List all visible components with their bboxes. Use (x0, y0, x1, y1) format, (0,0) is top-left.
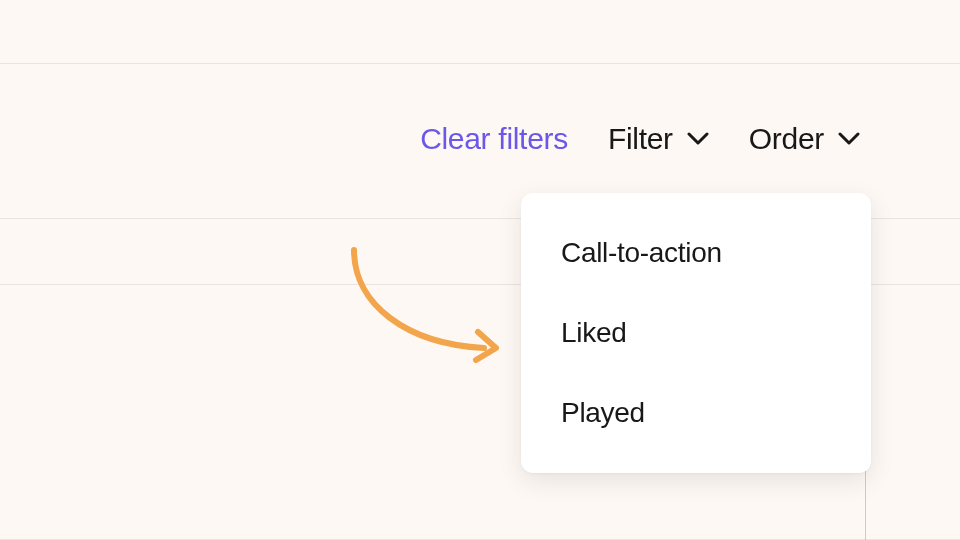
chevron-down-icon (838, 132, 860, 146)
filter-option-call-to-action[interactable]: Call-to-action (521, 213, 871, 293)
filter-dropdown-trigger[interactable]: Filter (608, 122, 709, 156)
order-dropdown-trigger[interactable]: Order (749, 122, 860, 156)
order-label: Order (749, 122, 824, 156)
filter-option-liked[interactable]: Liked (521, 293, 871, 373)
divider (0, 63, 960, 64)
clear-filters-link[interactable]: Clear filters (420, 122, 568, 156)
toolbar: Clear filters Filter Order (0, 122, 960, 156)
filter-option-played[interactable]: Played (521, 373, 871, 453)
chevron-down-icon (687, 132, 709, 146)
divider (865, 471, 866, 540)
annotation-arrow-icon (336, 244, 516, 378)
filter-label: Filter (608, 122, 673, 156)
filter-dropdown-menu: Call-to-action Liked Played (521, 193, 871, 473)
